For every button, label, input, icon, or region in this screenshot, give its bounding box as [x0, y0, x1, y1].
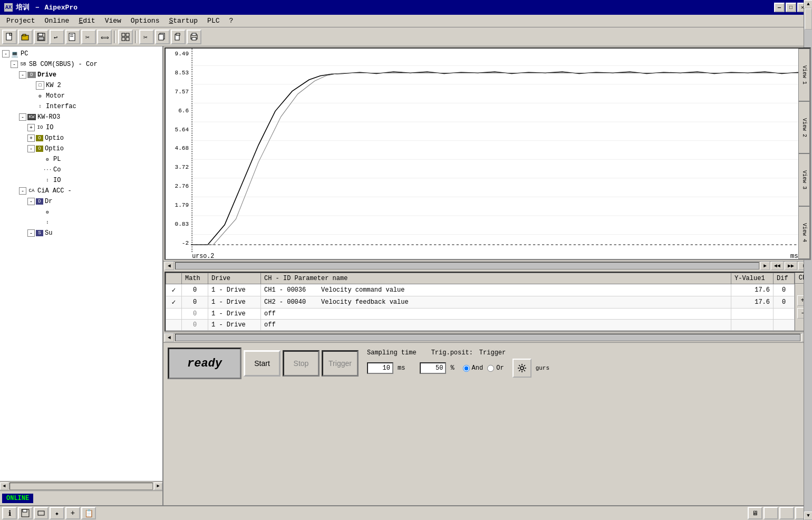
and-radio[interactable] — [463, 365, 470, 372]
title-bar: AX 培训 － AipexPro — □ ✕ — [0, 0, 812, 15]
taskbar-add-button[interactable]: + — [65, 507, 80, 519]
scroll-fast-left[interactable]: ◄◄ — [771, 262, 784, 270]
scroll-fast-right[interactable]: ▶▶ — [785, 262, 797, 270]
row2-drive[interactable]: 1 - Drive — [208, 296, 261, 308]
row4-check[interactable] — [166, 319, 182, 330]
grid-button[interactable] — [118, 30, 133, 44]
new-button[interactable] — [2, 30, 17, 44]
tree-item-pl[interactable]: ⚙ PL — [2, 154, 154, 165]
tree-expand-sb[interactable]: - — [11, 61, 18, 68]
tree-item-kw-ro3[interactable]: - KW KW-RO3 — [2, 112, 154, 122]
open-button[interactable] — [18, 30, 33, 44]
taskbar-print-button[interactable] — [34, 507, 49, 519]
taskbar-save-button[interactable] — [18, 507, 33, 519]
row1-param[interactable]: CH1 - 00036 Velocity command value — [261, 284, 731, 296]
tree-expand-optio1[interactable]: + — [27, 134, 35, 142]
tree-item-motor[interactable]: ⚙ Motor — [2, 91, 154, 101]
table-scroll-track[interactable] — [175, 334, 800, 341]
settings-button[interactable] — [513, 359, 531, 378]
delete-button[interactable]: ✂ — [81, 30, 96, 44]
trigger-button[interactable]: Trigger — [322, 350, 359, 377]
row4-drive[interactable]: 1 - Drive — [208, 319, 261, 330]
stop-button[interactable]: Stop — [283, 350, 320, 377]
menu-edit[interactable]: Edit — [74, 16, 99, 26]
cut-button[interactable]: ✂ — [139, 30, 154, 44]
tree-item-dr-child2[interactable]: ↕ — [2, 217, 154, 228]
row3-check[interactable] — [166, 308, 182, 319]
taskbar-btn-r2[interactable] — [779, 507, 794, 519]
chart-scroll-track[interactable] — [175, 262, 759, 269]
row1-math[interactable]: 0 — [182, 284, 208, 296]
tree-item-pc[interactable]: - 💻 PC — [2, 49, 154, 59]
tree-item-dr-child1[interactable]: ⚙ — [2, 207, 154, 217]
tree-item-sb-com[interactable]: - SB SB COM(SBUS) - Cor — [2, 59, 154, 70]
tree-expand-optio2[interactable]: - — [27, 145, 35, 152]
minimize-button[interactable]: — — [774, 3, 785, 12]
taskbar-nav-button[interactable]: ✦ — [50, 507, 64, 519]
menu-startup[interactable]: Startup — [165, 16, 202, 26]
row4-param[interactable]: off — [261, 319, 731, 330]
hscroll-left[interactable]: ◄ — [0, 483, 8, 490]
sampling-time-input[interactable] — [367, 362, 393, 374]
print-button[interactable] — [187, 30, 201, 44]
taskbar-clipboard-button[interactable]: 📋 — [81, 507, 96, 519]
row4-math[interactable]: 0 — [182, 319, 208, 330]
row3-param[interactable]: off — [261, 308, 731, 319]
row2-check[interactable]: ✓ — [166, 296, 182, 308]
hscroll-right[interactable]: ► — [154, 483, 162, 490]
menu-help[interactable]: ? — [225, 16, 238, 26]
row2-math[interactable]: 0 — [182, 296, 208, 308]
tree-item-io1[interactable]: + IO IO — [2, 122, 154, 133]
tree-item-drive[interactable]: - D Drive — [2, 70, 154, 80]
menu-online[interactable]: Online — [41, 16, 74, 26]
menu-project[interactable]: Project — [2, 16, 40, 26]
trig-percent-input[interactable] — [420, 362, 446, 374]
paste-button[interactable] — [171, 30, 186, 44]
row2-param[interactable]: CH2 - 00040 Velocity feedback value — [261, 296, 731, 308]
row3-math[interactable]: 0 — [182, 308, 208, 319]
tree-expand-dr[interactable]: - — [27, 198, 35, 205]
view-tab-1[interactable]: View 1 — [798, 49, 810, 101]
row3-drive[interactable]: 1 - Drive — [208, 308, 261, 319]
maximize-button[interactable]: □ — [786, 3, 796, 12]
row1-drive[interactable]: 1 - Drive — [208, 284, 261, 296]
start-button[interactable]: Start — [244, 350, 281, 377]
tree-expand-cia[interactable]: - — [19, 187, 26, 195]
copy-button[interactable] — [155, 30, 170, 44]
view-tab-3[interactable]: View 3 — [798, 153, 810, 206]
view-tab-4[interactable]: View 4 — [798, 206, 810, 259]
tree-item-su[interactable]: - S Su — [2, 228, 154, 238]
tree-expand-kwro3[interactable]: - — [19, 113, 26, 121]
svg-text:⟺: ⟺ — [101, 35, 109, 41]
table-scroll-left[interactable]: ◄ — [165, 333, 174, 342]
export-button[interactable] — [65, 30, 80, 44]
tree-item-optio2[interactable]: - O Optio — [2, 143, 154, 154]
view-tab-2[interactable]: View 2 — [798, 101, 810, 154]
scroll-left[interactable]: ◄ — [165, 262, 174, 270]
taskbar-btn-r1[interactable] — [763, 507, 778, 519]
taskbar-info-button[interactable]: ℹ — [2, 507, 17, 519]
sampling-row2: ms % And Or — [367, 359, 808, 378]
tree-item-dr[interactable]: - D Dr — [2, 196, 154, 207]
tree-expand-su[interactable]: - — [27, 229, 35, 237]
menu-options[interactable]: Options — [127, 16, 164, 26]
scroll-right[interactable]: ► — [760, 262, 770, 270]
svg-text:✂: ✂ — [143, 34, 148, 41]
tree-item-cia-acc[interactable]: - CA CiA ACC - — [2, 186, 154, 196]
tree-item-interfac[interactable]: ↕ Interfac — [2, 101, 154, 112]
save-button[interactable] — [34, 30, 49, 44]
menu-plc[interactable]: PLC — [203, 16, 224, 26]
row1-check[interactable]: ✓ — [166, 284, 182, 296]
tree-expand-drive[interactable]: - — [19, 71, 26, 79]
or-radio[interactable] — [487, 365, 494, 372]
tree-item-co[interactable]: ··· Co — [2, 165, 154, 175]
tree-item-io2[interactable]: ↕ IO — [2, 175, 154, 186]
back-button[interactable]: ↩ — [50, 30, 64, 44]
menu-view[interactable]: View — [101, 16, 125, 26]
hscroll-track[interactable] — [9, 483, 153, 490]
move-button[interactable]: ⟺ — [97, 30, 112, 44]
tree-expand-pc[interactable]: - — [2, 50, 9, 57]
tree-item-kw2[interactable]: □ KW 2 — [2, 80, 154, 91]
tree-item-optio1[interactable]: + O Optio — [2, 133, 154, 143]
tree-expand-io1[interactable]: + — [27, 124, 35, 131]
